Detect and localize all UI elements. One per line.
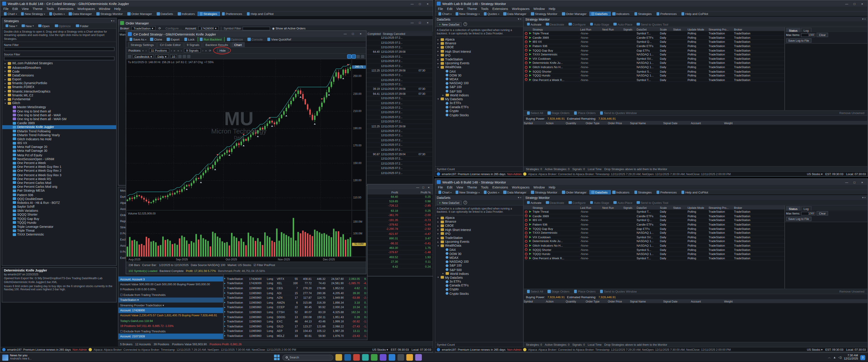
profit-row[interactable]: -726.12 -2.85	[368, 204, 433, 208]
menu-item[interactable]: File	[438, 7, 443, 11]
remove-strategy-icon[interactable]: ×	[524, 49, 527, 52]
expander-icon[interactable]: ▸	[437, 228, 439, 231]
om-maximize-button[interactable]: □	[416, 20, 424, 25]
signal-toolbar-button[interactable]: Place Orders	[572, 289, 597, 294]
tree-item[interactable]: Pair Strategy MESA	[2, 189, 116, 193]
expander-icon[interactable]: ▾	[4, 102, 6, 105]
remove-strategy-icon[interactable]: ×	[524, 74, 527, 77]
notification-badge[interactable]: 3	[860, 355, 865, 360]
expander-icon[interactable]: ▸	[4, 94, 6, 96]
order-row[interactable]: 12/11/2025 07:2...	[366, 162, 432, 166]
monitor-row[interactable]: × TQQQ Gap Buy -None- Gap ETFs Daily	[524, 227, 784, 231]
toolbar-button[interactable]: New Strategy▾	[454, 11, 481, 16]
monitor-toolbar-button[interactable]: Auto-Stage	[589, 200, 611, 205]
monitor-toolbar-button[interactable]: Auto-Place	[612, 200, 633, 205]
minimize-button[interactable]: —	[843, 1, 850, 6]
account-line[interactable]: 19 Positions 547,011.49 -5,665.72 -1.03%	[119, 323, 223, 329]
volume-axis[interactable]: 150.0M100.0M50.00M52.03M	[351, 211, 366, 256]
order-row[interactable]: 12/11/2025 07:2...	[366, 147, 432, 152]
dataset-tree-item[interactable]: ▸ IPO	[435, 53, 523, 57]
name-filter-input[interactable]	[4, 47, 115, 51]
expander-icon[interactable]: ▸	[437, 58, 439, 61]
menu-item[interactable]: Tools	[481, 186, 489, 189]
monitor-row[interactable]: × IBS VX -None- Symbol Q... Daily	[524, 40, 784, 44]
remove-strategy-icon[interactable]: ×	[524, 57, 527, 60]
remove-strategy-icon[interactable]: ×	[524, 236, 527, 239]
taskbar-app-icon-file-explorer[interactable]	[336, 354, 342, 361]
account-line[interactable]: ☐ Exclude from Trading Thresholds	[119, 329, 223, 334]
expander-icon[interactable]: ▸	[4, 86, 6, 89]
activate-strategy-icon[interactable]	[529, 240, 531, 243]
max-items-input[interactable]	[801, 33, 816, 37]
zoom-in-icon[interactable]	[178, 55, 182, 58]
refresh-signals-icon[interactable]: ⟳	[209, 49, 212, 52]
maximize-button[interactable]: □	[416, 1, 424, 6]
order-row[interactable]: 12/11/2025 07:2...	[366, 36, 432, 41]
news-widget[interactable]: News for you Android's new li...	[0, 354, 72, 361]
tree-item[interactable]: TQQQ Hundo	[2, 221, 116, 225]
signals-nav-last-icon[interactable]: › »	[202, 49, 207, 52]
symbol-filter-input[interactable]	[243, 26, 270, 30]
monitor-toolbar-button[interactable]: Activate	[525, 200, 543, 205]
toolbar-button[interactable]: Help and CoPilot	[680, 190, 710, 195]
dataset-tree-item[interactable]: Crypto Stocks	[435, 291, 523, 296]
order-row[interactable]: 12/11/2025 07:2...	[366, 96, 432, 101]
taskbar-app-icon-terminal[interactable]	[398, 354, 404, 361]
monitor-row[interactable]: × Deterministic Knife Ju... -None- NASDA…	[524, 240, 784, 244]
remove-strategy-icon[interactable]: ×	[524, 78, 527, 81]
remove-strategy-icon[interactable]: ×	[524, 252, 527, 255]
tree-item[interactable]: Triple Leverage Generator	[2, 225, 116, 229]
dataset-tree-item[interactable]: ▸ CBOE	[435, 46, 523, 50]
monitor-row[interactable]: × SQQQ Shorter -None- Symbol S... Daily	[524, 69, 784, 74]
order-row[interactable]: 12/11/2025 07:2...	[366, 64, 432, 68]
monitor-row[interactable]: × TQQQ Gap Buy -None- Gap ETFs Daily	[524, 49, 784, 53]
expander-icon[interactable]: ▾	[437, 244, 439, 247]
expander-icon[interactable]: ▸	[442, 94, 444, 96]
maximize-button[interactable]: □	[851, 1, 858, 6]
remove-strategy-icon[interactable]: ×	[524, 36, 527, 39]
monitor-toolbar-button[interactable]: Send to Quotes Tool	[636, 22, 670, 26]
taskbar-app-icon-excel[interactable]	[371, 354, 377, 361]
market-selector[interactable]: US Stocks ▾	[807, 348, 823, 351]
dataset-tree-item[interactable]: ▾ WealthData	[435, 244, 523, 248]
activate-strategy-icon[interactable]	[529, 219, 531, 222]
position-row[interactable]: ▸ TradeStation 11965960 Long CEG 7 278.2…	[224, 286, 367, 291]
order-row[interactable]: 12/11/2025 07:2...	[366, 110, 432, 115]
tree-item[interactable]: One Percent a Week	[2, 161, 116, 165]
activate-strategy-icon[interactable]	[529, 36, 531, 39]
order-row[interactable]: 94.41 12/11/2025 07:29:08 07:30	[366, 92, 432, 96]
nav-first-icon[interactable]: « ‹	[142, 49, 147, 52]
expander-icon[interactable]: ▸	[437, 38, 439, 41]
expander-icon[interactable]: ▸	[437, 46, 439, 49]
chart-toolbar-button[interactable]: Optimize	[225, 37, 245, 41]
monitor-panel-header[interactable]: Strategy Monitor ▾ ×	[524, 17, 868, 22]
dataset-tree-item[interactable]: ▸ World Indices	[435, 93, 523, 97]
signal-toolbar-button[interactable]: Select All	[525, 289, 545, 294]
dataset-tree-item[interactable]: ▸ TradeStation	[435, 57, 523, 61]
start-button[interactable]	[274, 354, 280, 361]
toolbar-button[interactable]: Strategy Monitor	[530, 190, 559, 195]
tree-item[interactable]: Pattern 936	[2, 193, 116, 197]
menu-item[interactable]: Edit	[447, 7, 452, 11]
menu-item[interactable]: Extensions	[58, 7, 73, 11]
activate-strategy-icon[interactable]	[529, 249, 531, 251]
signal-toolbar-button[interactable]: Stage Orders	[546, 289, 571, 294]
tree-item[interactable]: ▸ fimantic.FOREX	[2, 85, 116, 89]
account-line[interactable]: 0 Positions 0.00 0.00 0.00%	[119, 287, 223, 292]
profit-row[interactable]: -621.97 -4.47	[368, 232, 433, 236]
dataset-tree-item[interactable]: Crypto	[435, 109, 523, 113]
activate-strategy-icon[interactable]	[529, 70, 531, 73]
strategy-action-button[interactable]: New▾	[20, 24, 35, 28]
save-log-button[interactable]: Save Log to File	[786, 38, 811, 43]
tree-item[interactable]: Saylor Schiff	[2, 205, 116, 209]
signal-toolbar-button[interactable]: Select All	[525, 111, 545, 115]
remove-strategy-icon[interactable]: ×	[524, 215, 527, 217]
chart-minimize-button[interactable]: —	[342, 31, 349, 36]
toolbar-button[interactable]: Chart▾	[437, 11, 453, 16]
toggle-crosshair-icon[interactable]	[356, 55, 360, 58]
order-row[interactable]: 12/11/2025 07:2...	[366, 106, 432, 110]
toolbar-button[interactable]: Data Manager	[502, 11, 528, 16]
monitor-toolbar-button[interactable]: Activate	[525, 22, 543, 26]
activate-strategy-icon[interactable]	[529, 228, 531, 230]
strategies-panel-header[interactable]: Strategies ▾ ×	[2, 18, 116, 23]
